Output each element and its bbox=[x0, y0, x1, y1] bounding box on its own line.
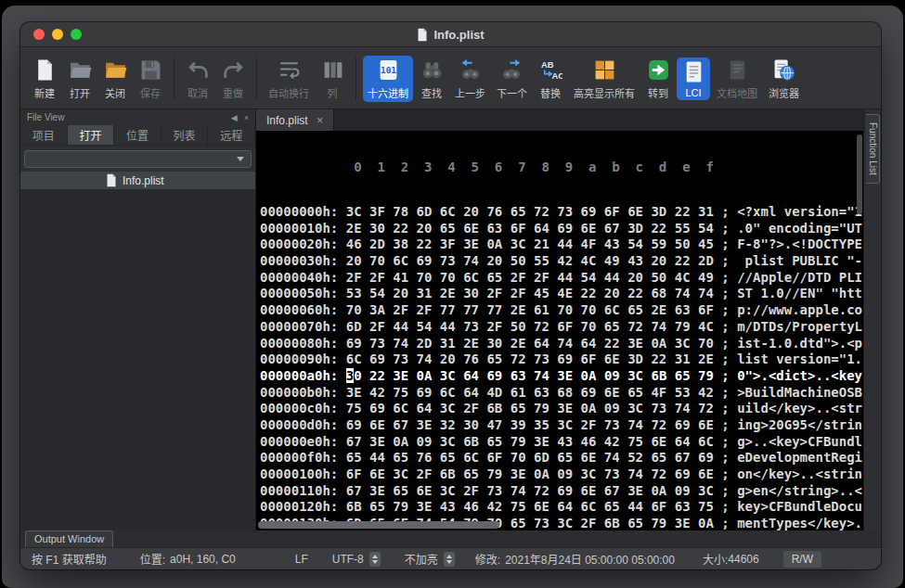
hex-row[interactable]: 000000a0h: 30 22 3E 0A 3C 64 69 63 74 3E… bbox=[260, 368, 863, 385]
panel-close-icon[interactable]: × bbox=[244, 113, 249, 122]
close-window-button[interactable] bbox=[33, 29, 45, 40]
toolbar: 新建打开关闭保存取消重做自动换行列101十六进制查找上一步下一个ABAC替换高亮… bbox=[20, 47, 881, 109]
toolbar-button-find-next[interactable]: 下一个 bbox=[492, 56, 532, 102]
hex-ascii-separator: ; bbox=[714, 204, 737, 219]
hex-ascii-separator: ; bbox=[714, 401, 737, 415]
hex-address: 000000b0h: bbox=[260, 385, 346, 400]
toolbar-button-label: 查找 bbox=[421, 85, 442, 100]
file-panel-tab[interactable]: 项目 bbox=[20, 125, 68, 145]
hex-row[interactable]: 00000020h: 46 2D 38 22 3F 3E 0A 3C 21 44… bbox=[260, 236, 863, 253]
highlight-stepper-icon[interactable] bbox=[444, 552, 455, 567]
function-list-tab[interactable]: Function List bbox=[866, 114, 880, 184]
hex-view[interactable]: 0 1 2 3 4 5 6 7 8 9 a b c d e f 00000000… bbox=[256, 131, 863, 530]
toolbar-button-goto[interactable]: 转到 bbox=[641, 56, 675, 102]
find-prev-icon bbox=[459, 58, 483, 83]
hex-row[interactable]: 00000090h: 6C 69 73 74 20 76 65 72 73 69… bbox=[260, 352, 863, 368]
editor-tab[interactable]: Info.plist × bbox=[256, 109, 334, 131]
hex-row[interactable]: 00000000h: 3C 3F 78 6D 6C 20 76 65 72 73… bbox=[260, 204, 863, 221]
hex-ascii-separator: ; bbox=[714, 270, 737, 285]
hex-ascii: >BuildMachineOSB bbox=[737, 385, 862, 400]
hex-ascii-separator: ; bbox=[714, 302, 737, 317]
encoding-stepper-icon[interactable] bbox=[369, 552, 381, 567]
hex-row[interactable]: 00000120h: 6B 65 79 3E 43 46 42 75 6E 64… bbox=[260, 499, 863, 516]
hex-row[interactable]: 00000100h: 6F 6E 3C 2F 6B 65 79 3E 0A 09… bbox=[260, 467, 863, 483]
hex-ascii: key>CFBundleDocu bbox=[737, 499, 862, 514]
toolbar-button-label: 列 bbox=[328, 85, 338, 100]
replace-icon: ABAC bbox=[538, 58, 562, 83]
file-list-item[interactable]: Info.plist bbox=[20, 172, 255, 189]
toolbar-button-lci[interactable]: LCI bbox=[677, 58, 710, 100]
file-panel-tab[interactable]: 打开 bbox=[68, 125, 115, 145]
minimize-window-button[interactable] bbox=[52, 29, 63, 40]
toolbar-button-label: 取消 bbox=[187, 85, 208, 100]
new-file-icon bbox=[32, 58, 57, 83]
editor-tab-label: Info.plist bbox=[266, 114, 308, 127]
hex-row[interactable]: 00000060h: 70 3A 2F 2F 77 77 77 2E 61 70… bbox=[260, 302, 863, 319]
file-panel-tab[interactable]: 列表 bbox=[162, 125, 209, 145]
toolbar-button-find-prev[interactable]: 上一步 bbox=[450, 56, 490, 102]
panel-collapse-icon[interactable]: ◀ bbox=[231, 113, 238, 122]
find-next-icon bbox=[500, 58, 524, 83]
tab-close-icon[interactable]: × bbox=[317, 114, 324, 126]
toolbar-button-undo[interactable]: 取消 bbox=[181, 56, 214, 102]
toolbar-button-hex-mode[interactable]: 101十六进制 bbox=[363, 56, 413, 102]
hex-row[interactable]: 00000110h: 67 3E 65 6E 3C 2F 73 74 72 69… bbox=[260, 483, 863, 500]
file-panel-tab[interactable]: 位置 bbox=[114, 125, 162, 145]
hex-ascii: <?xml version="1 bbox=[737, 204, 862, 219]
hex-ascii-separator: ; bbox=[714, 450, 737, 465]
hex-address: 00000090h: bbox=[260, 352, 346, 366]
hex-address: 00000060h: bbox=[260, 302, 346, 317]
svg-text:AC: AC bbox=[551, 71, 562, 81]
toolbar-button-replace[interactable]: ABAC替换 bbox=[534, 56, 567, 102]
title-bar[interactable]: Info.plist bbox=[20, 22, 881, 47]
hex-row[interactable]: 00000030h: 20 70 6C 69 73 74 20 50 55 42… bbox=[260, 253, 863, 270]
hex-address: 00000120h: bbox=[260, 499, 346, 514]
hex-row[interactable]: 00000050h: 53 54 20 31 2E 30 2F 2F 45 4E… bbox=[260, 286, 863, 302]
toolbar-button-browser[interactable]: 浏览器 bbox=[764, 56, 804, 102]
toolbar-button-open[interactable]: 打开 bbox=[63, 56, 97, 102]
toolbar-button-close[interactable]: 关闭 bbox=[98, 56, 132, 102]
traffic-lights bbox=[33, 29, 82, 40]
status-position: 位置: a0H, 160, C0 bbox=[140, 551, 236, 567]
hex-bytes: 53 54 20 31 2E 30 2F 2F 45 4E 22 20 22 6… bbox=[346, 286, 714, 300]
file-panel-tab[interactable]: 远程 bbox=[208, 125, 255, 145]
hex-row[interactable]: 000000f0h: 65 44 65 76 65 6C 6F 70 6D 65… bbox=[260, 450, 863, 467]
hex-bytes: 67 3E 65 6E 3C 2F 73 74 72 69 6E 67 3E 0… bbox=[346, 483, 714, 498]
toolbar-button-new[interactable]: 新建 bbox=[28, 56, 61, 102]
toolbar-button-find[interactable]: 查找 bbox=[415, 56, 448, 102]
hex-row[interactable]: 00000080h: 69 73 74 2D 31 2E 30 2E 64 74… bbox=[260, 336, 863, 352]
hex-ascii: on</key>..<strin bbox=[737, 467, 862, 481]
output-window-tab[interactable]: Output Window bbox=[25, 530, 113, 547]
toolbar-button-columns[interactable]: 列 bbox=[316, 56, 349, 102]
hex-row[interactable]: 000000b0h: 3E 42 75 69 6C 64 4D 61 63 68… bbox=[260, 385, 863, 402]
toolbar-separator bbox=[356, 58, 356, 100]
hex-column-headers: 0 1 2 3 4 5 6 7 8 9 a b c d e f bbox=[260, 160, 863, 174]
hex-bytes: 6F 6E 3C 2F 6B 65 79 3E 0A 09 3C 73 74 7… bbox=[346, 467, 714, 481]
toolbar-button-highlight-all[interactable]: 高亮显示所有 bbox=[569, 56, 640, 102]
toolbar-button-word-wrap[interactable]: 自动换行 bbox=[264, 56, 314, 102]
status-help: 按 F1 获取帮助 bbox=[32, 551, 107, 567]
hex-ascii: mentTypes</key>. bbox=[737, 516, 862, 530]
window-title-area: Info.plist bbox=[20, 28, 881, 42]
hex-cursor: 3 bbox=[346, 368, 354, 383]
horizontal-scrollbar-thumb[interactable] bbox=[258, 521, 499, 529]
hex-ascii-separator: ; bbox=[714, 385, 737, 400]
zoom-window-button[interactable] bbox=[71, 29, 82, 40]
hex-row[interactable]: 00000010h: 2E 30 22 20 65 6E 63 6F 64 69… bbox=[260, 221, 863, 237]
toolbar-button-redo[interactable]: 重做 bbox=[216, 56, 250, 102]
toolbar-button-doc-map[interactable]: 文档地图 bbox=[712, 56, 762, 102]
word-wrap-icon bbox=[277, 58, 301, 83]
hex-row[interactable]: 00000070h: 6D 2F 44 54 44 73 2F 50 72 6F… bbox=[260, 319, 863, 336]
status-readwrite-button[interactable]: R/W bbox=[783, 551, 821, 568]
status-line-ending: LF bbox=[295, 553, 308, 566]
toolbar-button-save[interactable]: 保存 bbox=[134, 56, 167, 102]
hex-row[interactable]: 00000040h: 2F 2F 41 70 70 6C 65 2F 2F 44… bbox=[260, 270, 863, 287]
hex-ascii: p://www.apple.co bbox=[737, 302, 862, 317]
vertical-scrollbar-thumb[interactable] bbox=[857, 134, 862, 214]
hex-ascii-separator: ; bbox=[714, 483, 737, 498]
editor-tab-bar: Info.plist × bbox=[256, 109, 863, 131]
hex-row[interactable]: 000000d0h: 69 6E 67 3E 32 30 47 39 35 3C… bbox=[260, 417, 863, 434]
file-filter-dropdown[interactable] bbox=[24, 150, 252, 168]
hex-row[interactable]: 000000c0h: 75 69 6C 64 3C 2F 6B 65 79 3E… bbox=[260, 401, 863, 417]
hex-row[interactable]: 000000e0h: 67 3E 0A 09 3C 6B 65 79 3E 43… bbox=[260, 434, 863, 451]
